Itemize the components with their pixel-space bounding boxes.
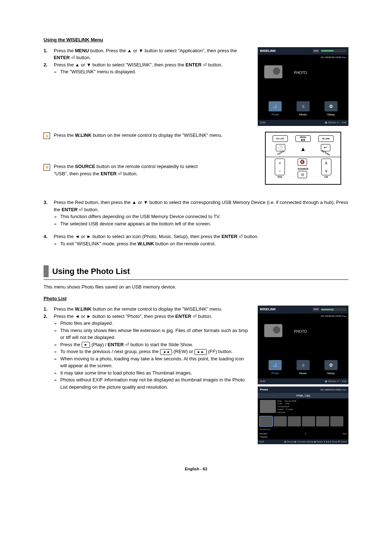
- k: Date: [277, 400, 282, 402]
- ch-rocker[interactable]: ʌv: [321, 159, 331, 175]
- b: W.LINK: [75, 132, 92, 138]
- t: button.: [122, 171, 138, 176]
- b: SOURCE: [75, 164, 95, 169]
- vol-rocker[interactable]: ＋－: [275, 159, 285, 175]
- music-icon: ♫: [297, 360, 310, 370]
- photo-icon: 🏞: [269, 101, 282, 111]
- minus-icon: －: [278, 168, 282, 174]
- ws-mem: 851.98MB/955.00MB Free: [321, 56, 346, 58]
- hint-icon: 👆: [44, 132, 54, 139]
- t: (FF) button.: [207, 349, 233, 354]
- ps-filename: image_1.jpg: [258, 393, 348, 398]
- mute-button[interactable]: 🔇: [298, 159, 307, 166]
- lbl: VOL: [275, 175, 285, 179]
- t: button.: [207, 62, 222, 68]
- wiselink-screenshot-2: WISELINK SUM 851.98MB/955.00MB Free PHOT…: [258, 306, 348, 444]
- ws-sum-chip: SUM: [313, 49, 319, 53]
- item4-num: 4.: [44, 233, 54, 240]
- thumb-item[interactable]: [288, 416, 301, 426]
- menu-button[interactable]: MENU⫿⫿⫿: [295, 135, 311, 142]
- b: ENTER: [185, 62, 201, 68]
- rew-icon: ◄◄: [160, 349, 172, 355]
- photo-list-title: Photo List: [44, 295, 348, 302]
- ws-footer-r: ▦ Device ↩⬚ Exit: [325, 121, 346, 125]
- t: Press the: [54, 306, 75, 312]
- return-icon: ↩: [324, 144, 327, 151]
- remote-diagram: CH LIST MENU⫿⫿⫿ W.LINK 🕑 TOOLS ▲ ↩ RETUR…: [258, 132, 348, 185]
- t: Press the ▲ or ▼ button to select "WISEL…: [54, 62, 185, 68]
- thumb-item[interactable]: [260, 416, 273, 426]
- ws-mem-bar: [321, 308, 346, 311]
- source-button[interactable]: ⊝: [298, 171, 307, 178]
- photo-thumb: [260, 400, 276, 413]
- progress-month: Nov: [343, 432, 347, 439]
- s2-sub4: To move to the previous / next group, pr…: [60, 348, 250, 355]
- ws-photo-button[interactable]: 🏞Photo: [264, 360, 286, 376]
- ws-footer-l: SUM: [260, 380, 266, 384]
- ch-up-icon: ʌ: [325, 160, 327, 166]
- s2-item1-num: 1.: [44, 306, 54, 313]
- enter-icon: ⏎: [78, 207, 83, 212]
- enter-icon: ⏎: [201, 62, 207, 68]
- item2-text: Press the ▲ or ▼ button to select "WISEL…: [54, 61, 222, 75]
- hand-icon: 👆: [44, 132, 50, 139]
- k: Composition: [277, 405, 289, 408]
- ws-music-button[interactable]: ♫Music: [292, 101, 314, 117]
- v: Gray: [285, 402, 290, 405]
- lbl: SOURCE: [298, 167, 309, 171]
- ws-music-button[interactable]: ♫Music: [292, 360, 314, 376]
- item3-text: Press the Red button, then press the ▲ o…: [54, 199, 348, 227]
- b: W.LINK: [75, 306, 92, 312]
- enter-icon: ⏎: [237, 234, 243, 239]
- t: Press the ◄ or ► button to select "Photo…: [54, 314, 175, 319]
- wiselink-screenshot-1: WISELINK SUM 851.98MB/955.00MB Free PHOT…: [258, 47, 348, 126]
- s2-sub2: This menu only shows files whose file ex…: [60, 327, 250, 341]
- t: Press the ◄ or ► button to select an ico…: [54, 234, 221, 239]
- k: Folder: [277, 408, 283, 410]
- v: P-other: [286, 408, 293, 410]
- section2-body: 1. Press the W.LINK button on the remote…: [44, 306, 258, 390]
- plus-icon: ＋: [278, 160, 282, 166]
- page-lang: English -: [185, 467, 203, 471]
- t: button on the remote control to display …: [91, 306, 222, 312]
- s2-sub7: Photos without EXIF information may not …: [60, 376, 250, 390]
- wlink-button[interactable]: W.LINK: [318, 135, 334, 142]
- s2-sub6: It may take some time to load photo file…: [60, 369, 250, 377]
- t: button on the remote control.: [154, 241, 216, 246]
- thumb-item[interactable]: [274, 416, 287, 426]
- thumb-item[interactable]: [316, 416, 329, 426]
- section1-title: Using the WISELINK Menu: [44, 36, 348, 44]
- thumb-item[interactable]: [330, 416, 343, 426]
- photo-icon: 🏞: [269, 360, 282, 370]
- ps-footer-l: SUM: [259, 440, 264, 443]
- t: Press the: [54, 132, 75, 138]
- b: ENTER: [175, 314, 191, 319]
- photo-meta: Date Jan.01.2008 Color Gray Composition …: [277, 400, 296, 414]
- ws-mem: 851.98MB/955.00MB Free: [321, 315, 346, 317]
- thumb-item[interactable]: [302, 416, 315, 426]
- tag-timeline: Timeline: [260, 435, 268, 439]
- s2-item2-num: 2.: [44, 313, 54, 320]
- item3-sub2: The selected USB device name appears at …: [60, 220, 348, 228]
- ws-photo-button[interactable]: 🏞Photo: [264, 101, 286, 117]
- t: button.: [83, 207, 98, 212]
- t: Press the: [54, 164, 75, 169]
- v: Jan.01.2008: [284, 400, 296, 402]
- ws-setup-button[interactable]: ✿Setup: [320, 101, 342, 117]
- chlist-button[interactable]: CH LIST: [273, 135, 288, 142]
- t: button.: [243, 234, 258, 239]
- camera-icon: [264, 65, 282, 78]
- t: Press the: [60, 342, 82, 347]
- k: Favorite: [277, 411, 285, 413]
- section1-body: 1. Press the MENU button. Press the ▲ or…: [44, 47, 258, 75]
- ws-title: WISELINK: [260, 307, 276, 312]
- ws-photo-label: PHOTO: [294, 329, 307, 334]
- up-icon: ▲: [300, 145, 306, 154]
- note1: Press the W.LINK button on the remote co…: [54, 132, 258, 139]
- hint-icon: 👆: [44, 163, 54, 171]
- page-footer: English - 63: [44, 466, 348, 472]
- ws-setup-button[interactable]: ✿Setup: [320, 360, 342, 376]
- item1-num: 1.: [44, 47, 54, 54]
- gear-icon: ✿: [324, 360, 338, 370]
- b: ENTER: [221, 234, 237, 239]
